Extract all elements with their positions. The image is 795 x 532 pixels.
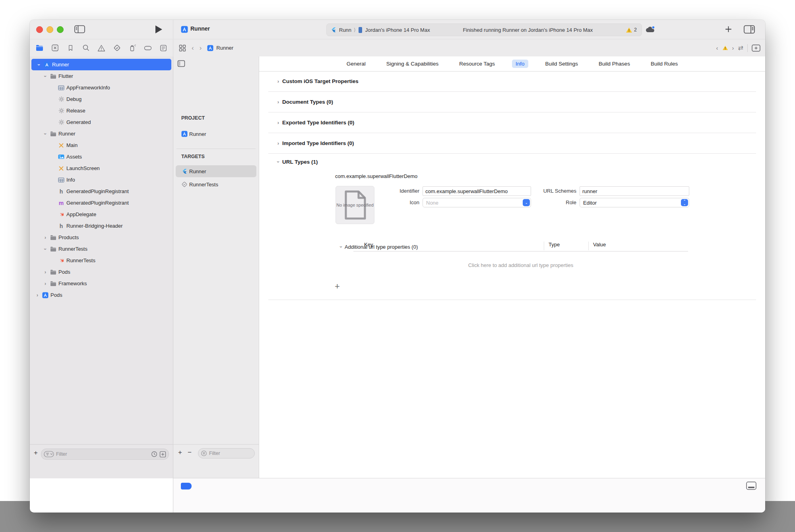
navigator-row-flutter[interactable]: ›Flutter	[30, 70, 173, 82]
disclosure-chevron-icon[interactable]: ›	[42, 269, 49, 275]
project-row[interactable]: Runner	[176, 128, 256, 140]
disclosure-chevron-icon[interactable]: ›	[42, 235, 49, 240]
warning-count[interactable]: 2	[634, 27, 637, 33]
previous-issue-icon[interactable]: ‹	[716, 44, 718, 51]
issues-icon[interactable]	[97, 43, 106, 53]
navigator-row-frameworks[interactable]: ›Frameworks	[30, 278, 173, 289]
add-file-button[interactable]: +	[34, 449, 38, 457]
navigator-row-appdelegate[interactable]: AppDelegate	[30, 209, 173, 220]
disclosure-chevron-icon[interactable]: ›	[36, 61, 42, 68]
back-icon[interactable]: ‹	[192, 44, 194, 52]
minimize-traffic-light[interactable]	[47, 26, 53, 33]
filter-menu-icon[interactable]	[44, 451, 54, 457]
tab-build-settings[interactable]: Build Settings	[542, 60, 582, 68]
disclosure-chevron-icon[interactable]: ›	[43, 246, 48, 253]
tests-icon[interactable]	[112, 43, 122, 53]
hide-panel-icon[interactable]	[177, 60, 185, 68]
disclosure-chevron-icon[interactable]: ›	[275, 158, 281, 166]
navigator-row-main[interactable]: Main	[30, 139, 173, 151]
role-popup[interactable]: Editor ⌃⌄	[580, 198, 689, 207]
run-button[interactable]	[155, 25, 162, 33]
close-traffic-light[interactable]	[36, 26, 43, 33]
disclosure-chevron-icon[interactable]: ›	[274, 78, 282, 84]
tab-build-rules[interactable]: Build Rules	[647, 60, 681, 68]
swap-editor-icon[interactable]: ⇄	[738, 44, 743, 52]
additional-properties-header[interactable]: › Additional url type properties (0)	[337, 244, 418, 250]
navigator-row-assets[interactable]: Assets	[30, 151, 173, 163]
navigator-row-runner-bridging-header[interactable]: hRunner-Bridging-Header	[30, 220, 173, 232]
identifier-field[interactable]: com.example.superwallFlutterDemo	[423, 186, 531, 196]
navigator-row-generated[interactable]: Generated	[30, 116, 173, 128]
add-url-type-button[interactable]: +	[335, 281, 340, 292]
tab-info[interactable]: Info	[512, 60, 528, 68]
target-row-runner[interactable]: Runner	[176, 165, 256, 177]
disclosure-chevron-icon[interactable]: ›	[274, 120, 282, 126]
icon-popup[interactable]: None ⌄	[423, 198, 531, 207]
disclosure-chevron-icon[interactable]: ›	[34, 292, 41, 298]
disclosure-chevron-icon[interactable]: ›	[338, 244, 344, 251]
project-navigator-icon[interactable]	[35, 43, 44, 53]
source-control-icon[interactable]	[50, 43, 60, 53]
navigator-row-runner[interactable]: ›Runner	[30, 128, 173, 139]
toggle-bottom-panel-icon[interactable]	[746, 482, 756, 490]
disclosure-chevron-icon[interactable]: ›	[43, 130, 48, 137]
navigator-row-appframeworkinfo[interactable]: AppFrameworkInfo	[30, 82, 173, 93]
add-editor-icon[interactable]	[752, 44, 760, 52]
issue-warning-icon[interactable]	[722, 45, 728, 50]
navigator-row-launchscreen[interactable]: LaunchScreen	[30, 163, 173, 174]
tab-build-phases[interactable]: Build Phases	[595, 60, 634, 68]
navigator-row-info[interactable]: Info	[30, 174, 173, 186]
url-schemes-field[interactable]: runner	[580, 186, 689, 196]
section-imported-type-identifiers-0-[interactable]: ›Imported Type Identifiers (0)	[259, 133, 765, 153]
scheme-name[interactable]: Runn	[339, 27, 351, 33]
toolbar-sidebar-toggle-icon[interactable]	[74, 25, 85, 33]
add-target-button[interactable]: +	[178, 448, 182, 457]
related-items-icon[interactable]	[179, 44, 186, 52]
section-url-types[interactable]: › URL Types (1)	[259, 152, 765, 172]
run-destination[interactable]: Jordan's iPhone 14 Pro Max	[365, 27, 430, 33]
disclosure-chevron-icon[interactable]: ›	[43, 73, 48, 80]
targets-filter-field[interactable]: Filter	[198, 448, 255, 458]
navigator-row-runnertests[interactable]: RunnerTests	[30, 255, 173, 266]
filter-indicator-icon[interactable]	[181, 483, 192, 489]
tab-resource-tags[interactable]: Resource Tags	[456, 60, 498, 68]
target-row-runnertests[interactable]: RunnerTests	[176, 178, 256, 190]
url-type-image-well[interactable]: No image specified	[335, 186, 374, 224]
next-issue-icon[interactable]: ›	[732, 44, 734, 51]
navigator-row-runnertests[interactable]: ›RunnerTests	[30, 243, 173, 255]
tab-general[interactable]: General	[343, 60, 369, 68]
debug-icon[interactable]	[128, 43, 137, 53]
scheme-and-status-bar[interactable]: Runn ⟩ Jordan's iPhone 14 Pro Max Finish…	[326, 23, 642, 36]
disclosure-chevron-icon[interactable]: ›	[274, 140, 282, 146]
disclosure-chevron-icon[interactable]: ›	[42, 281, 49, 286]
navigator-row-generatedpluginregistrant[interactable]: mGeneratedPluginRegistrant	[30, 197, 173, 209]
breakpoints-icon[interactable]	[143, 43, 153, 53]
navigator-row-release[interactable]: Release	[30, 105, 173, 116]
source-control-status-icon[interactable]	[159, 451, 166, 458]
warning-badge-icon[interactable]	[626, 27, 632, 33]
navigator-row-pods[interactable]: ›Pods	[30, 266, 173, 278]
find-icon[interactable]	[81, 43, 91, 53]
recent-files-clock-icon[interactable]	[151, 451, 157, 457]
section-exported-type-identifiers-0-[interactable]: ›Exported Type Identifiers (0)	[259, 112, 765, 133]
add-toolbar-icon[interactable]	[724, 25, 733, 33]
navigator-row-pods[interactable]: ›Pods	[30, 289, 173, 301]
section-custom-ios-target-properties[interactable]: ›Custom iOS Target Properties	[259, 71, 765, 91]
remove-target-button[interactable]: −	[188, 448, 192, 457]
jumpbar-document[interactable]: Runner	[207, 45, 233, 51]
navigator-row-generatedpluginregistrant[interactable]: hGeneratedPluginRegistrant	[30, 186, 173, 197]
zoom-traffic-light[interactable]	[57, 26, 64, 33]
cloud-status-icon[interactable]	[645, 25, 655, 33]
disclosure-chevron-icon[interactable]: ›	[274, 99, 282, 105]
navigator-row-debug[interactable]: Debug	[30, 93, 173, 105]
navigator-row-runner[interactable]: ›Runner	[31, 59, 171, 70]
bookmarks-icon[interactable]	[66, 43, 75, 53]
navigator-filter-field[interactable]: Filter	[41, 449, 169, 460]
section-document-types-0-[interactable]: ›Document Types (0)	[259, 92, 765, 112]
reports-icon[interactable]	[159, 43, 168, 53]
editor-layout-icon[interactable]	[744, 25, 755, 34]
tab-signing-capabilities[interactable]: Signing & Capabilities	[383, 60, 442, 68]
forward-icon[interactable]: ›	[200, 44, 202, 52]
navigator-row-products[interactable]: ›Products	[30, 232, 173, 243]
add-properties-link[interactable]: Click here to add additional url type pr…	[353, 262, 688, 268]
